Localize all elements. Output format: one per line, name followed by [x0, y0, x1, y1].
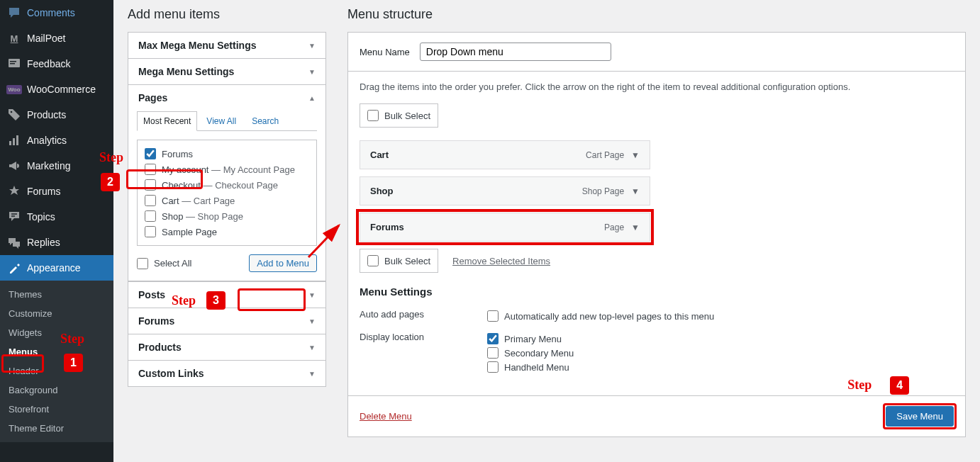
svg-rect-2 — [10, 63, 15, 64]
add-menu-items-heading: Add menu items — [128, 7, 326, 22]
sidebar-item-label: Comments — [27, 7, 75, 18]
chevron-down-icon: ▼ — [308, 291, 316, 299]
panel-title: Mega Menu Settings — [138, 66, 234, 77]
chevron-up-icon: ▲ — [308, 94, 316, 102]
add-to-menu-button[interactable]: Add to Menu — [249, 254, 317, 272]
chevron-down-icon: ▼ — [308, 370, 316, 378]
products-icon — [7, 108, 21, 122]
sidebar-item-marketing[interactable]: Marketing — [0, 153, 113, 179]
menu-item-label: Forums — [370, 222, 404, 232]
panel-mega-menu[interactable]: Mega Menu Settings▼ — [128, 59, 326, 85]
panel-title: Max Mega Menu Settings — [138, 40, 256, 51]
svg-rect-6 — [16, 135, 18, 145]
panel-custom-links[interactable]: Custom Links▼ — [128, 361, 326, 387]
menu-item-type: Page — [604, 222, 624, 232]
chevron-down-icon[interactable]: ▼ — [631, 222, 640, 232]
menu-settings-heading: Menu Settings — [360, 286, 954, 298]
location-handheld-menu[interactable]: Handheld Menu — [487, 360, 954, 374]
panel-title: Custom Links — [138, 368, 204, 379]
panel-forums[interactable]: Forums▼ — [128, 308, 326, 334]
menu-item-label: Cart — [370, 150, 389, 160]
sidebar-item-feedback[interactable]: Feedback — [0, 51, 113, 77]
menu-item-shop[interactable]: ShopShop Page▼ — [360, 176, 650, 205]
sidebar-sub-theme-editor[interactable]: Theme Editor — [0, 419, 113, 438]
page-item-sample-page[interactable]: Sample Page — [145, 224, 309, 240]
sidebar-item-mailpoet[interactable]: MMailPoet — [0, 26, 113, 51]
page-item-cart[interactable]: Cart — Cart Page — [145, 193, 309, 208]
sidebar-sub-customize[interactable]: Customize — [0, 304, 113, 323]
menu-item-forums[interactable]: ForumsPage▼ — [360, 213, 650, 242]
sidebar-sub-background[interactable]: Background — [0, 381, 113, 400]
menu-structure-col: Menu structure Menu Name Drag the items … — [347, 7, 966, 441]
chevron-down-icon: ▼ — [308, 317, 316, 325]
sidebar-item-label: WooCommerce — [27, 84, 96, 95]
bulk-select-bottom[interactable]: Bulk Select — [360, 249, 438, 273]
panel-products[interactable]: Products▼ — [128, 334, 326, 361]
woo-icon: Woo — [7, 82, 21, 96]
sidebar-item-products[interactable]: Products — [0, 102, 113, 128]
sidebar-item-appearance[interactable]: Appearance — [0, 255, 113, 281]
sidebar-sub-themes[interactable]: Themes — [0, 285, 113, 304]
tab-view-all[interactable]: View All — [200, 111, 243, 131]
menu-name-label: Menu Name — [360, 47, 410, 57]
page-item-my-account[interactable]: My account — My Account Page — [145, 162, 309, 177]
chevron-down-icon: ▼ — [308, 42, 316, 50]
panel-max-mega-menu[interactable]: Max Mega Menu Settings▼ — [128, 32, 326, 59]
panel-title: Products — [138, 342, 182, 353]
svg-point-3 — [11, 111, 13, 113]
chevron-down-icon[interactable]: ▼ — [631, 186, 640, 196]
forums-icon — [7, 184, 21, 198]
page-item-checkout[interactable]: Checkout — Checkout Page — [145, 177, 309, 193]
sidebar-item-forums[interactable]: Forums — [0, 179, 113, 204]
location-primary-menu[interactable]: Primary Menu — [487, 332, 954, 346]
delete-menu-link[interactable]: Delete Menu — [360, 411, 412, 422]
menu-item-cart[interactable]: CartCart Page▼ — [360, 140, 650, 169]
sidebar-sub-menus[interactable]: Menus — [0, 342, 113, 361]
auto-add-label: Auto add pages — [360, 309, 487, 323]
auto-add-checkbox[interactable]: Automatically add new top-level pages to… — [487, 309, 954, 323]
instructions-text: Drag the items into the order you prefer… — [360, 81, 954, 92]
admin-sidebar: CommentsMMailPoetFeedbackWooWooCommerceP… — [0, 0, 113, 462]
sidebar-item-replies[interactable]: Replies — [0, 230, 113, 255]
select-all[interactable]: Select All — [137, 256, 191, 271]
location-secondary-menu[interactable]: Secondary Menu — [487, 346, 954, 360]
page-item-forums[interactable]: Forums — [145, 146, 309, 162]
sidebar-item-label: Analytics — [27, 135, 67, 146]
feedback-icon — [7, 57, 21, 71]
sidebar-sub-storefront[interactable]: Storefront — [0, 400, 113, 419]
menu-structure-heading: Menu structure — [347, 7, 966, 22]
menu-structure-frame: Menu Name Drag the items into the order … — [347, 32, 966, 437]
bulk-select-top[interactable]: Bulk Select — [360, 103, 438, 128]
analytics-icon — [7, 133, 21, 147]
sidebar-item-topics[interactable]: Topics — [0, 204, 113, 230]
tab-search[interactable]: Search — [245, 111, 285, 131]
sidebar-sub-header[interactable]: Header — [0, 361, 113, 381]
menu-name-input[interactable] — [420, 43, 611, 61]
panel-pages: Pages▲ Most Recent View All Search Forum… — [128, 85, 326, 281]
panel-posts[interactable]: Posts▼ — [128, 281, 326, 308]
chevron-down-icon[interactable]: ▼ — [631, 150, 640, 160]
sidebar-item-label: Forums — [27, 186, 60, 197]
appearance-icon — [7, 261, 21, 275]
sidebar-item-woocommerce[interactable]: WooWooCommerce — [0, 77, 113, 102]
sidebar-item-analytics[interactable]: Analytics — [0, 128, 113, 153]
svg-rect-1 — [10, 61, 16, 62]
sidebar-item-label: Appearance — [27, 262, 81, 274]
panel-pages-toggle[interactable]: Pages▲ — [128, 85, 325, 111]
tab-most-recent[interactable]: Most Recent — [137, 111, 197, 131]
panel-title: Pages — [138, 92, 167, 103]
sidebar-sub-widgets[interactable]: Widgets — [0, 323, 113, 342]
save-menu-button[interactable]: Save Menu — [886, 406, 954, 427]
svg-rect-4 — [9, 141, 11, 145]
chevron-down-icon: ▼ — [308, 344, 316, 351]
menu-item-type: Shop Page — [582, 186, 624, 196]
sidebar-item-comments[interactable]: Comments — [0, 0, 113, 26]
mailpoet-icon: M — [7, 31, 21, 45]
sidebar-item-label: Products — [27, 109, 66, 120]
remove-selected-link[interactable]: Remove Selected Items — [452, 256, 550, 266]
topics-icon — [7, 210, 21, 224]
sidebar-item-label: Feedback — [27, 58, 70, 69]
page-item-shop[interactable]: Shop — Shop Page — [145, 208, 309, 224]
comment-icon — [7, 6, 21, 20]
sidebar-item-label: Replies — [27, 237, 60, 248]
